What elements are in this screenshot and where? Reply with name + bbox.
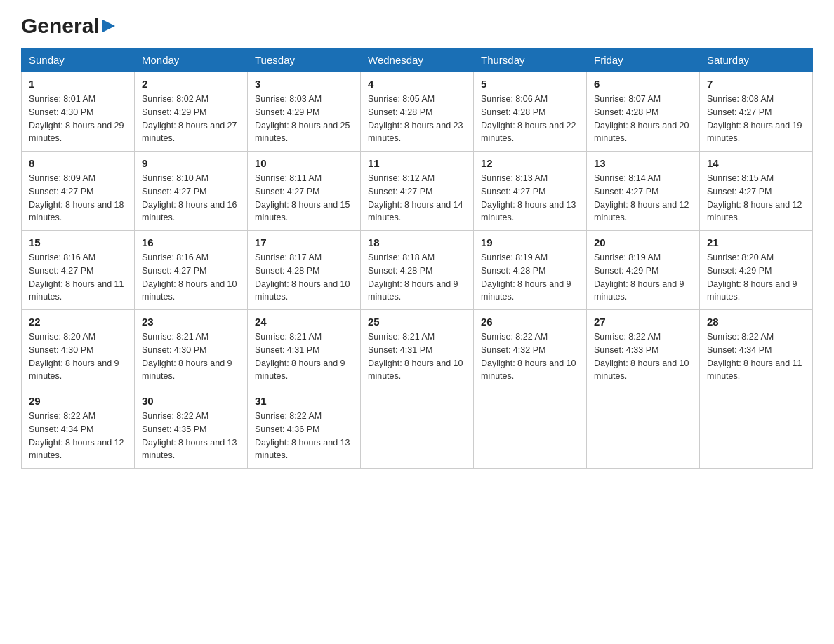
- calendar-cell: 26 Sunrise: 8:22 AMSunset: 4:32 PMDaylig…: [474, 310, 587, 389]
- calendar-cell: 11 Sunrise: 8:12 AMSunset: 4:27 PMDaylig…: [361, 152, 474, 231]
- calendar-cell: [587, 389, 700, 469]
- day-info: Sunrise: 8:22 AMSunset: 4:34 PMDaylight:…: [29, 411, 124, 460]
- day-info: Sunrise: 8:22 AMSunset: 4:35 PMDaylight:…: [142, 411, 237, 460]
- calendar-cell: 16 Sunrise: 8:16 AMSunset: 4:27 PMDaylig…: [135, 231, 248, 310]
- calendar-cell: 23 Sunrise: 8:21 AMSunset: 4:30 PMDaylig…: [135, 310, 248, 389]
- day-info: Sunrise: 8:03 AMSunset: 4:29 PMDaylight:…: [255, 94, 350, 143]
- day-info: Sunrise: 8:22 AMSunset: 4:36 PMDaylight:…: [255, 411, 350, 460]
- day-number: 23: [142, 316, 240, 328]
- day-number: 7: [707, 78, 805, 90]
- logo-arrow-icon: [101, 18, 117, 34]
- day-info: Sunrise: 8:22 AMSunset: 4:34 PMDaylight:…: [707, 332, 802, 381]
- calendar-cell: 1 Sunrise: 8:01 AMSunset: 4:30 PMDayligh…: [22, 72, 135, 152]
- calendar-cell: 28 Sunrise: 8:22 AMSunset: 4:34 PMDaylig…: [700, 310, 813, 389]
- day-info: Sunrise: 8:22 AMSunset: 4:33 PMDaylight:…: [594, 332, 689, 381]
- day-number: 8: [29, 157, 127, 169]
- calendar-cell: 24 Sunrise: 8:21 AMSunset: 4:31 PMDaylig…: [248, 310, 361, 389]
- calendar-cell: 25 Sunrise: 8:21 AMSunset: 4:31 PMDaylig…: [361, 310, 474, 389]
- weekday-header: Monday: [135, 48, 248, 72]
- day-number: 25: [368, 316, 466, 328]
- day-info: Sunrise: 8:08 AMSunset: 4:27 PMDaylight:…: [707, 94, 802, 143]
- calendar-cell: 30 Sunrise: 8:22 AMSunset: 4:35 PMDaylig…: [135, 389, 248, 469]
- day-number: 22: [29, 316, 127, 328]
- calendar-cell: 14 Sunrise: 8:15 AMSunset: 4:27 PMDaylig…: [700, 152, 813, 231]
- calendar-cell: [700, 389, 813, 469]
- calendar-table: SundayMondayTuesdayWednesdayThursdayFrid…: [21, 48, 813, 469]
- day-info: Sunrise: 8:15 AMSunset: 4:27 PMDaylight:…: [707, 173, 802, 222]
- calendar-cell: [474, 389, 587, 469]
- calendar-cell: 22 Sunrise: 8:20 AMSunset: 4:30 PMDaylig…: [22, 310, 135, 389]
- day-info: Sunrise: 8:18 AMSunset: 4:28 PMDaylight:…: [368, 253, 458, 302]
- calendar-cell: 21 Sunrise: 8:20 AMSunset: 4:29 PMDaylig…: [700, 231, 813, 310]
- day-info: Sunrise: 8:10 AMSunset: 4:27 PMDaylight:…: [142, 173, 237, 222]
- day-number: 26: [481, 316, 579, 328]
- day-info: Sunrise: 8:02 AMSunset: 4:29 PMDaylight:…: [142, 94, 237, 143]
- page-header: General: [21, 14, 813, 35]
- day-number: 21: [707, 236, 805, 248]
- day-number: 13: [594, 157, 692, 169]
- day-number: 19: [481, 236, 579, 248]
- calendar-cell: 8 Sunrise: 8:09 AMSunset: 4:27 PMDayligh…: [22, 152, 135, 231]
- day-info: Sunrise: 8:19 AMSunset: 4:29 PMDaylight:…: [594, 253, 684, 302]
- day-number: 4: [368, 78, 466, 90]
- day-info: Sunrise: 8:21 AMSunset: 4:31 PMDaylight:…: [368, 332, 463, 381]
- day-number: 14: [707, 157, 805, 169]
- day-info: Sunrise: 8:20 AMSunset: 4:30 PMDaylight:…: [29, 332, 119, 381]
- logo: General: [21, 14, 117, 35]
- day-number: 9: [142, 157, 240, 169]
- weekday-header: Wednesday: [361, 48, 474, 72]
- day-number: 10: [255, 157, 353, 169]
- day-number: 20: [594, 236, 692, 248]
- day-number: 29: [29, 395, 127, 407]
- day-info: Sunrise: 8:16 AMSunset: 4:27 PMDaylight:…: [142, 253, 237, 302]
- day-info: Sunrise: 8:11 AMSunset: 4:27 PMDaylight:…: [255, 173, 350, 222]
- calendar-cell: 17 Sunrise: 8:17 AMSunset: 4:28 PMDaylig…: [248, 231, 361, 310]
- day-number: 30: [142, 395, 240, 407]
- calendar-cell: 5 Sunrise: 8:06 AMSunset: 4:28 PMDayligh…: [474, 72, 587, 152]
- day-info: Sunrise: 8:12 AMSunset: 4:27 PMDaylight:…: [368, 173, 463, 222]
- day-number: 11: [368, 157, 466, 169]
- calendar-cell: 15 Sunrise: 8:16 AMSunset: 4:27 PMDaylig…: [22, 231, 135, 310]
- day-number: 5: [481, 78, 579, 90]
- weekday-header: Thursday: [474, 48, 587, 72]
- day-number: 3: [255, 78, 353, 90]
- calendar-cell: 29 Sunrise: 8:22 AMSunset: 4:34 PMDaylig…: [22, 389, 135, 469]
- day-info: Sunrise: 8:14 AMSunset: 4:27 PMDaylight:…: [594, 173, 689, 222]
- weekday-header: Tuesday: [248, 48, 361, 72]
- day-info: Sunrise: 8:17 AMSunset: 4:28 PMDaylight:…: [255, 253, 350, 302]
- calendar-cell: 18 Sunrise: 8:18 AMSunset: 4:28 PMDaylig…: [361, 231, 474, 310]
- calendar-cell: 3 Sunrise: 8:03 AMSunset: 4:29 PMDayligh…: [248, 72, 361, 152]
- day-info: Sunrise: 8:06 AMSunset: 4:28 PMDaylight:…: [481, 94, 576, 143]
- day-info: Sunrise: 8:22 AMSunset: 4:32 PMDaylight:…: [481, 332, 576, 381]
- calendar-cell: 10 Sunrise: 8:11 AMSunset: 4:27 PMDaylig…: [248, 152, 361, 231]
- day-number: 16: [142, 236, 240, 248]
- weekday-header: Friday: [587, 48, 700, 72]
- day-number: 28: [707, 316, 805, 328]
- day-info: Sunrise: 8:09 AMSunset: 4:27 PMDaylight:…: [29, 173, 124, 222]
- day-info: Sunrise: 8:16 AMSunset: 4:27 PMDaylight:…: [29, 253, 124, 302]
- calendar-cell: 7 Sunrise: 8:08 AMSunset: 4:27 PMDayligh…: [700, 72, 813, 152]
- day-number: 15: [29, 236, 127, 248]
- calendar-cell: 12 Sunrise: 8:13 AMSunset: 4:27 PMDaylig…: [474, 152, 587, 231]
- calendar-cell: 27 Sunrise: 8:22 AMSunset: 4:33 PMDaylig…: [587, 310, 700, 389]
- weekday-header: Saturday: [700, 48, 813, 72]
- day-info: Sunrise: 8:20 AMSunset: 4:29 PMDaylight:…: [707, 253, 797, 302]
- svg-marker-0: [102, 20, 115, 32]
- calendar-cell: [361, 389, 474, 469]
- day-info: Sunrise: 8:19 AMSunset: 4:28 PMDaylight:…: [481, 253, 571, 302]
- day-info: Sunrise: 8:01 AMSunset: 4:30 PMDaylight:…: [29, 94, 124, 143]
- day-number: 6: [594, 78, 692, 90]
- calendar-cell: 31 Sunrise: 8:22 AMSunset: 4:36 PMDaylig…: [248, 389, 361, 469]
- day-info: Sunrise: 8:21 AMSunset: 4:30 PMDaylight:…: [142, 332, 232, 381]
- calendar-cell: 19 Sunrise: 8:19 AMSunset: 4:28 PMDaylig…: [474, 231, 587, 310]
- day-number: 2: [142, 78, 240, 90]
- day-number: 12: [481, 157, 579, 169]
- day-number: 18: [368, 236, 466, 248]
- calendar-cell: 4 Sunrise: 8:05 AMSunset: 4:28 PMDayligh…: [361, 72, 474, 152]
- calendar-cell: 13 Sunrise: 8:14 AMSunset: 4:27 PMDaylig…: [587, 152, 700, 231]
- day-number: 31: [255, 395, 353, 407]
- day-number: 1: [29, 78, 127, 90]
- day-number: 17: [255, 236, 353, 248]
- calendar-cell: 2 Sunrise: 8:02 AMSunset: 4:29 PMDayligh…: [135, 72, 248, 152]
- weekday-header: Sunday: [22, 48, 135, 72]
